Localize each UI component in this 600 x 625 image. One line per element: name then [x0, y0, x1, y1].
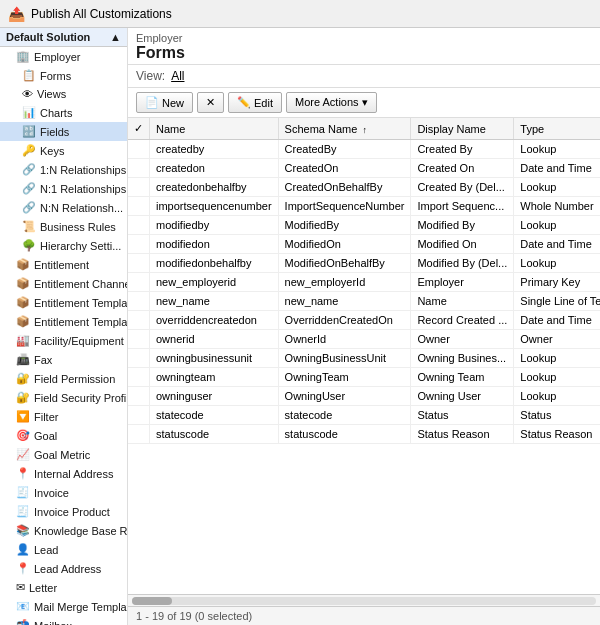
row-type: Lookup: [514, 216, 600, 235]
sidebar-item-lead-addr[interactable]: 📍 Lead Address: [0, 559, 127, 578]
toolbar: 📄 New ✕ ✏️ Edit More Actions ▾: [128, 88, 600, 118]
sidebar-item-inv-product[interactable]: 🧾 Invoice Product: [0, 502, 127, 521]
row-name: new_name: [150, 292, 279, 311]
row-check[interactable]: [128, 368, 150, 387]
table-row[interactable]: owninguser OwningUser Owning User Lookup: [128, 387, 600, 406]
sidebar-item-nn-rel[interactable]: 🔗 N:N Relationsh...: [0, 198, 127, 217]
table-header: ✓ Name Schema Name ↑ Display Name Type: [128, 118, 600, 140]
sidebar-item-ent-templa2[interactable]: 📦 Entitlement Templa...: [0, 312, 127, 331]
table-row[interactable]: createdonbehalfby CreatedOnBehalfBy Crea…: [128, 178, 600, 197]
row-display-name: Owning User: [411, 387, 514, 406]
sidebar-item-1n-rel[interactable]: 🔗 1:N Relationships: [0, 160, 127, 179]
row-name: createdonbehalfby: [150, 178, 279, 197]
row-type: Status: [514, 406, 600, 425]
delete-button[interactable]: ✕: [197, 92, 224, 113]
sidebar-item-charts[interactable]: 📊 Charts: [0, 103, 127, 122]
table-row[interactable]: importsequencenumber ImportSequenceNumbe…: [128, 197, 600, 216]
sidebar-collapse-icon[interactable]: ▲: [110, 31, 121, 43]
row-display-name: Created By (Del...: [411, 178, 514, 197]
sidebar-item-hierarchy[interactable]: 🌳 Hierarchy Setti...: [0, 236, 127, 255]
row-name: importsequencenumber: [150, 197, 279, 216]
row-display-name: Import Sequenc...: [411, 197, 514, 216]
sidebar-item-forms[interactable]: 📋 Forms: [0, 66, 127, 85]
sidebar-item-n1-rel[interactable]: 🔗 N:1 Relationships: [0, 179, 127, 198]
row-type: Lookup: [514, 140, 600, 159]
sidebar-item-invoice[interactable]: 🧾 Invoice: [0, 483, 127, 502]
row-check[interactable]: [128, 235, 150, 254]
sidebar-item-ent-channel[interactable]: 📦 Entitlement Channel: [0, 274, 127, 293]
col-display-name[interactable]: Display Name: [411, 118, 514, 140]
internal-addr-icon: 📍: [16, 467, 30, 480]
sidebar-item-biz-rules[interactable]: 📜 Business Rules: [0, 217, 127, 236]
col-schema-name[interactable]: Schema Name ↑: [278, 118, 411, 140]
more-actions-button[interactable]: More Actions ▾: [286, 92, 377, 113]
fields-table-container: ✓ Name Schema Name ↑ Display Name Type c…: [128, 118, 600, 594]
row-check[interactable]: [128, 254, 150, 273]
table-row[interactable]: owningbusinessunit OwningBusinessUnit Ow…: [128, 349, 600, 368]
view-value[interactable]: All: [171, 69, 184, 83]
col-check[interactable]: ✓: [128, 118, 150, 140]
col-type[interactable]: Type: [514, 118, 600, 140]
row-check[interactable]: [128, 140, 150, 159]
row-check[interactable]: [128, 349, 150, 368]
col-name[interactable]: Name: [150, 118, 279, 140]
row-check[interactable]: [128, 330, 150, 349]
sidebar-item-entitlement[interactable]: 📦 Entitlement: [0, 255, 127, 274]
sidebar-item-mailbox[interactable]: 📬 Mailbox: [0, 616, 127, 625]
row-check[interactable]: [128, 273, 150, 292]
ent-template-icon: 📦: [16, 296, 30, 309]
row-type: Single Line of Text: [514, 292, 600, 311]
sidebar-item-fax[interactable]: 📠 Fax: [0, 350, 127, 369]
sidebar-item-employer[interactable]: 🏢 Employer: [0, 47, 127, 66]
view-label: View:: [136, 69, 165, 83]
sidebar-item-field-sec[interactable]: 🔐 Field Security Profile: [0, 388, 127, 407]
sidebar-item-letter[interactable]: ✉ Letter: [0, 578, 127, 597]
row-check[interactable]: [128, 292, 150, 311]
table-row[interactable]: modifiedonbehalfby ModifiedOnBehalfBy Mo…: [128, 254, 600, 273]
letter-icon: ✉: [16, 581, 25, 594]
table-row[interactable]: createdby CreatedBy Created By Lookup: [128, 140, 600, 159]
table-row[interactable]: statecode statecode Status Status: [128, 406, 600, 425]
invoice-icon: 🧾: [16, 486, 30, 499]
facility-icon: 🏭: [16, 334, 30, 347]
sidebar-item-views[interactable]: 👁 Views: [0, 85, 127, 103]
sidebar-item-facility[interactable]: 🏭 Facility/Equipment: [0, 331, 127, 350]
sidebar-item-keys[interactable]: 🔑 Keys: [0, 141, 127, 160]
sidebar-item-ent-template[interactable]: 📦 Entitlement Template: [0, 293, 127, 312]
table-row[interactable]: statuscode statuscode Status Reason Stat…: [128, 425, 600, 444]
row-check[interactable]: [128, 425, 150, 444]
row-check[interactable]: [128, 178, 150, 197]
table-row[interactable]: modifiedby ModifiedBy Modified By Lookup: [128, 216, 600, 235]
sidebar-item-lead[interactable]: 👤 Lead: [0, 540, 127, 559]
new-button[interactable]: 📄 New: [136, 92, 193, 113]
sidebar-item-field-perm[interactable]: 🔐 Field Permission: [0, 369, 127, 388]
ent-channel-icon: 📦: [16, 277, 30, 290]
table-row[interactable]: overriddencreatedon OverriddenCreatedOn …: [128, 311, 600, 330]
sidebar-item-mail-merge[interactable]: 📧 Mail Merge Template: [0, 597, 127, 616]
sidebar-item-goal-metric[interactable]: 📈 Goal Metric: [0, 445, 127, 464]
table-row[interactable]: ownerid OwnerId Owner Owner: [128, 330, 600, 349]
table-row[interactable]: createdon CreatedOn Created On Date and …: [128, 159, 600, 178]
forms-icon: 📋: [22, 69, 36, 82]
row-check[interactable]: [128, 406, 150, 425]
row-check[interactable]: [128, 159, 150, 178]
table-row[interactable]: modifiedon ModifiedOn Modified On Date a…: [128, 235, 600, 254]
row-check[interactable]: [128, 311, 150, 330]
row-name: overriddencreatedon: [150, 311, 279, 330]
sidebar-item-goal[interactable]: 🎯 Goal: [0, 426, 127, 445]
row-check[interactable]: [128, 216, 150, 235]
sidebar-item-internal-addr[interactable]: 📍 Internal Address: [0, 464, 127, 483]
horizontal-scrollbar[interactable]: [128, 594, 600, 606]
table-row[interactable]: owningteam OwningTeam Owning Team Lookup: [128, 368, 600, 387]
table-row[interactable]: new_name new_name Name Single Line of Te…: [128, 292, 600, 311]
sidebar-item-fields[interactable]: 🔡 Fields: [0, 122, 127, 141]
row-check[interactable]: [128, 387, 150, 406]
sidebar-item-filter[interactable]: 🔽 Filter: [0, 407, 127, 426]
fields-table: ✓ Name Schema Name ↑ Display Name Type c…: [128, 118, 600, 444]
table-row[interactable]: new_employerid new_employerId Employer P…: [128, 273, 600, 292]
edit-button[interactable]: ✏️ Edit: [228, 92, 282, 113]
scroll-thumb[interactable]: [132, 597, 172, 605]
row-schema-name: OwningTeam: [278, 368, 411, 387]
sidebar-item-kb-re[interactable]: 📚 Knowledge Base Re...: [0, 521, 127, 540]
row-check[interactable]: [128, 197, 150, 216]
